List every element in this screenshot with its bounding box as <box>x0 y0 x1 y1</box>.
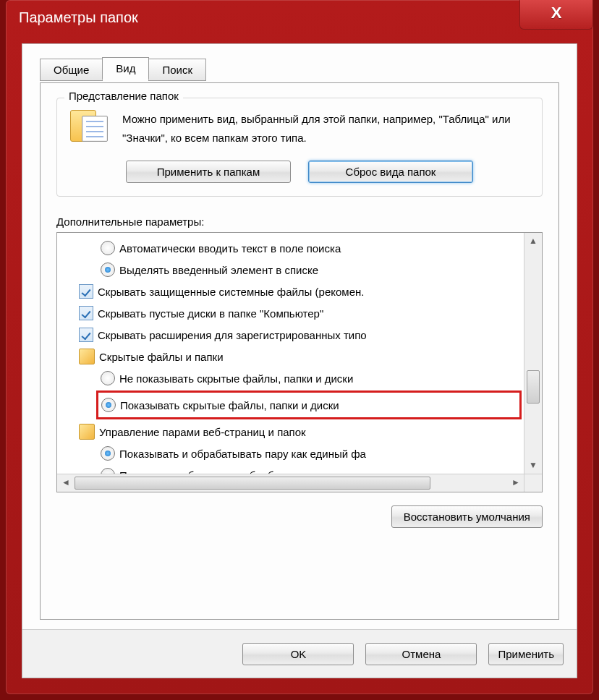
tab-view[interactable]: Вид <box>102 57 149 80</box>
advanced-item-8: Управление парами веб-страниц и папок <box>79 421 522 443</box>
radio-icon[interactable] <box>101 398 116 412</box>
advanced-settings-box: Автоматически вводить текст в поле поиск… <box>56 232 543 492</box>
reset-folder-views-button[interactable]: Сброс вида папок <box>308 161 473 183</box>
scroll-right-icon[interactable]: ► <box>507 474 524 492</box>
advanced-item-label: Автоматически вводить текст в поле поиск… <box>119 242 341 255</box>
radio-icon[interactable] <box>101 262 115 277</box>
advanced-item-label: Скрытые файлы и папки <box>99 351 224 363</box>
vertical-scrollbar[interactable]: ▲ ▼ <box>524 233 542 474</box>
close-icon: X <box>551 4 562 22</box>
scroll-up-icon[interactable]: ▲ <box>524 233 542 250</box>
folder-options-icon <box>70 110 112 148</box>
advanced-item-2[interactable]: Скрывать защищенные системные файлы (рек… <box>79 281 522 302</box>
apply-button[interactable]: Применить <box>488 643 564 665</box>
horizontal-scroll-thumb[interactable] <box>75 477 430 490</box>
tab-search[interactable]: Поиск <box>148 59 206 81</box>
ok-button[interactable]: OK <box>242 643 354 665</box>
advanced-item-1[interactable]: Выделять введенный элемент в списке <box>79 259 522 281</box>
scroll-down-icon[interactable]: ▼ <box>524 457 542 474</box>
advanced-item-7[interactable]: Показывать скрытые файлы, папки и диски <box>96 390 522 419</box>
advanced-settings-list: Автоматически вводить текст в поле поиск… <box>57 233 524 474</box>
restore-defaults-button[interactable]: Восстановить умолчания <box>391 505 543 528</box>
tab-strip: Общие Вид Поиск <box>40 57 205 80</box>
vertical-scroll-thumb[interactable] <box>527 370 540 404</box>
horizontal-scrollbar[interactable]: ◄ ► <box>57 474 524 492</box>
advanced-item-label: Выделять введенный элемент в списке <box>119 264 318 276</box>
advanced-item-label: Управление парами веб-страниц и папок <box>99 426 306 438</box>
folder-icon <box>79 349 95 364</box>
scroll-left-icon[interactable]: ◄ <box>57 474 75 492</box>
radio-icon[interactable] <box>101 241 115 255</box>
checkbox-icon[interactable] <box>79 306 93 320</box>
advanced-item-label: Показывать и обрабатывать пару как едины… <box>119 448 366 460</box>
checkbox-icon[interactable] <box>79 328 93 342</box>
advanced-item-label: Скрывать расширения для зарегистрированн… <box>98 329 367 341</box>
advanced-item-5: Скрытые файлы и папки <box>79 346 522 367</box>
folder-icon <box>79 424 95 440</box>
advanced-item-label: Скрывать пустые диски в папке "Компьютер… <box>98 307 323 320</box>
window-title: Параметры папок <box>6 0 593 35</box>
advanced-item-10[interactable]: Показывать обе части и обрабатывать их о… <box>79 464 522 474</box>
dialog-footer: OK Отмена Применить <box>22 629 577 678</box>
checkbox-icon[interactable] <box>79 284 93 299</box>
advanced-item-label: Не показывать скрытые файлы, папки и дис… <box>119 372 353 385</box>
advanced-settings-label: Дополнительные параметры: <box>56 215 543 228</box>
tab-panel-view: Представление папок Можно применить вид,… <box>40 82 559 620</box>
radio-icon[interactable] <box>101 371 115 385</box>
advanced-item-3[interactable]: Скрывать пустые диски в папке "Компьютер… <box>79 302 522 324</box>
scrollbar-corner <box>524 474 542 492</box>
group-legend: Представление папок <box>64 90 183 102</box>
advanced-item-6[interactable]: Не показывать скрытые файлы, папки и дис… <box>79 367 522 389</box>
cancel-button[interactable]: Отмена <box>365 643 477 665</box>
advanced-item-label: Показывать скрытые файлы, папки и диски <box>120 399 339 411</box>
advanced-item-9[interactable]: Показывать и обрабатывать пару как едины… <box>79 443 522 464</box>
group-description: Можно применить вид, выбранный для этой … <box>122 110 529 148</box>
tab-general[interactable]: Общие <box>40 59 103 81</box>
dialog-window: X Параметры папок Общие Вид Поиск Предст… <box>6 0 593 694</box>
close-button[interactable]: X <box>519 0 593 30</box>
client-area: Общие Вид Поиск Представление папок Можн… <box>22 43 577 678</box>
radio-icon[interactable] <box>101 446 115 461</box>
folder-views-group: Представление папок Можно применить вид,… <box>56 98 543 197</box>
apply-to-folders-button[interactable]: Применить к папкам <box>126 161 291 183</box>
advanced-item-4[interactable]: Скрывать расширения для зарегистрированн… <box>79 324 522 346</box>
advanced-item-label: Скрывать защищенные системные файлы (рек… <box>98 286 364 298</box>
advanced-item-0[interactable]: Автоматически вводить текст в поле поиск… <box>79 237 522 259</box>
